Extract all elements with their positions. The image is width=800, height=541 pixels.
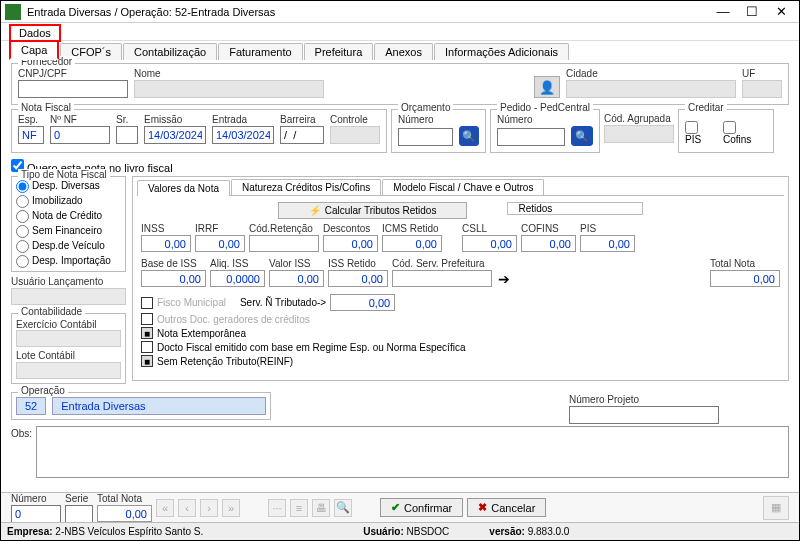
icms-input[interactable] bbox=[382, 235, 442, 252]
bserie-input[interactable] bbox=[65, 505, 93, 523]
pisr-input[interactable] bbox=[580, 235, 635, 252]
chk-fisco[interactable] bbox=[141, 297, 153, 309]
operacao-label: Operação bbox=[18, 385, 68, 396]
cnpj-input[interactable] bbox=[18, 80, 128, 98]
subtab-valores[interactable]: Valores da Nota bbox=[137, 180, 230, 196]
radio-desp-veiculo[interactable]: Desp.de Veículo bbox=[16, 239, 121, 254]
ped-search-button[interactable]: 🔍 bbox=[571, 126, 593, 146]
tabrow: Capa CFOP´s Contabilização Faturamento P… bbox=[1, 41, 799, 59]
desc-input[interactable] bbox=[323, 235, 378, 252]
numnf-input[interactable] bbox=[50, 126, 110, 144]
outros-label: Outros Doc. geradores de créditos bbox=[157, 314, 310, 325]
nav-first-icon[interactable]: « bbox=[156, 499, 174, 517]
x-icon: ✖ bbox=[478, 501, 487, 514]
radio-desp-diversas[interactable]: Desp. Diversas bbox=[16, 179, 121, 194]
esp-input[interactable] bbox=[18, 126, 44, 144]
icms-label: ICMS Retido bbox=[382, 223, 442, 234]
subtab-natureza[interactable]: Natureza Créditos Pis/Cofins bbox=[231, 179, 381, 195]
obs-textarea[interactable] bbox=[36, 426, 789, 478]
nav-prev-icon[interactable]: ‹ bbox=[178, 499, 196, 517]
valor-input[interactable] bbox=[269, 270, 324, 287]
chk-outros[interactable] bbox=[141, 313, 153, 325]
pisr-label: PIS bbox=[580, 223, 635, 234]
radio-sem-financeiro[interactable]: Sem Financeiro bbox=[16, 224, 121, 239]
serv-input[interactable] bbox=[330, 294, 395, 311]
barreira-input[interactable] bbox=[280, 126, 324, 144]
group-tipo-nota: Tipo de Nota Fiscal Desp. Diversas Imobi… bbox=[11, 176, 126, 272]
orc-num-label: Número bbox=[398, 114, 479, 125]
tool4-icon[interactable]: 🔍 bbox=[334, 499, 352, 517]
tool1-icon[interactable]: ··· bbox=[268, 499, 286, 517]
numproj-input[interactable] bbox=[569, 406, 719, 424]
cancelar-button[interactable]: ✖Cancelar bbox=[467, 498, 546, 517]
obs-label: Obs: bbox=[11, 426, 32, 439]
numproj-label: Número Projeto bbox=[569, 394, 789, 405]
subtab-modelo[interactable]: Modelo Fiscal / Chave e Outros bbox=[382, 179, 544, 195]
codagr-input bbox=[604, 125, 674, 143]
usuario-input bbox=[11, 288, 126, 305]
cofins-label: COFINS bbox=[521, 223, 576, 234]
radio-nota-credito[interactable]: Nota de Crédito bbox=[16, 209, 121, 224]
sr-input[interactable] bbox=[116, 126, 138, 144]
confirmar-button[interactable]: ✔Confirmar bbox=[380, 498, 463, 517]
lote-input bbox=[16, 362, 121, 379]
codret-input[interactable] bbox=[249, 235, 319, 252]
base-input[interactable] bbox=[141, 270, 206, 287]
controle-label: Controle bbox=[330, 114, 380, 125]
chk-docto[interactable] bbox=[141, 341, 153, 353]
nav-last-icon[interactable]: » bbox=[222, 499, 240, 517]
codserv-input[interactable] bbox=[392, 270, 492, 287]
chk-semret[interactable]: ■ bbox=[141, 355, 153, 367]
tool2-icon[interactable]: ≡ bbox=[290, 499, 308, 517]
tab-info[interactable]: Informações Adicionais bbox=[434, 43, 569, 60]
bnum-input[interactable] bbox=[11, 505, 61, 523]
nome-label: Nome bbox=[134, 68, 528, 79]
close-button[interactable]: ✕ bbox=[767, 2, 795, 22]
arrow-right-icon[interactable]: ➔ bbox=[498, 271, 510, 287]
uf-input bbox=[742, 80, 782, 98]
emissao-label: Emissão bbox=[144, 114, 206, 125]
issret-input[interactable] bbox=[328, 270, 388, 287]
barreira-label: Barreira bbox=[280, 114, 324, 125]
chk-pis[interactable]: PIS bbox=[685, 120, 717, 146]
entrada-input[interactable] bbox=[212, 126, 274, 144]
calc-tributos-button[interactable]: ⚡Calcular Tributos Retidos bbox=[278, 202, 468, 219]
cidade-label: Cidade bbox=[566, 68, 736, 79]
irrf-label: IRRF bbox=[195, 223, 245, 234]
operacao-cod[interactable]: 52 bbox=[16, 397, 46, 415]
chk-cofins[interactable]: Cofins bbox=[723, 120, 767, 146]
ped-num-input[interactable] bbox=[497, 128, 565, 146]
status-bar: Empresa: 2-NBS Veículos Espírito Santo S… bbox=[1, 522, 799, 540]
subtab-row: Valores da Nota Natureza Créditos Pis/Co… bbox=[137, 179, 784, 196]
tab-capa[interactable]: Capa bbox=[9, 40, 59, 60]
emissao-input[interactable] bbox=[144, 126, 206, 144]
tab-faturamento[interactable]: Faturamento bbox=[218, 43, 302, 60]
ped-num-label: Número bbox=[497, 114, 593, 125]
cofins-input[interactable] bbox=[521, 235, 576, 252]
bserie-label: Serie bbox=[65, 493, 93, 504]
orc-search-button[interactable]: 🔍 bbox=[459, 126, 479, 146]
orc-num-input[interactable] bbox=[398, 128, 453, 146]
tab-prefeitura[interactable]: Prefeitura bbox=[304, 43, 374, 60]
total-input[interactable] bbox=[710, 270, 780, 287]
minimize-button[interactable]: — bbox=[709, 2, 737, 22]
status-versao-lbl: versão: bbox=[489, 526, 525, 537]
radio-desp-importacao[interactable]: Desp. Importação bbox=[16, 254, 121, 269]
tab-anexos[interactable]: Anexos bbox=[374, 43, 433, 60]
person-icon[interactable]: 👤 bbox=[534, 76, 560, 98]
maximize-button[interactable]: ☐ bbox=[738, 2, 766, 22]
chk-extemp[interactable]: ■ bbox=[141, 327, 153, 339]
nav-next-icon[interactable]: › bbox=[200, 499, 218, 517]
tab-contabilizacao[interactable]: Contabilização bbox=[123, 43, 217, 60]
codret-label: Cód.Retenção bbox=[249, 223, 319, 234]
csll-input[interactable] bbox=[462, 235, 517, 252]
irrf-input[interactable] bbox=[195, 235, 245, 252]
aliq-input[interactable] bbox=[210, 270, 265, 287]
group-contabilidade: Contabilidade Exercício Contábil Lote Co… bbox=[11, 313, 126, 384]
issret-label: ISS Retido bbox=[328, 258, 388, 269]
status-empresa: 2-NBS Veículos Espírito Santo S. bbox=[55, 526, 203, 537]
docto-label: Docto Fiscal emitido com base em Regime … bbox=[157, 342, 465, 353]
inss-input[interactable] bbox=[141, 235, 191, 252]
radio-imobilizado[interactable]: Imobilizado bbox=[16, 194, 121, 209]
tool3-icon[interactable]: 🖶 bbox=[312, 499, 330, 517]
